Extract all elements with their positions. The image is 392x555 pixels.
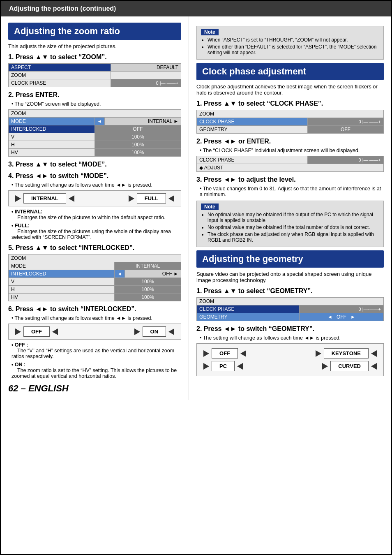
- geo-arrow-left4: [371, 363, 377, 370]
- on-text: The zoom ratio is set to the “HV” settin…: [12, 368, 177, 379]
- arrow-left-full-icon: [168, 195, 174, 202]
- geo-arrow-left1: [240, 350, 246, 357]
- geo-off-box: OFF: [212, 348, 238, 358]
- menu1-zoom-value: [111, 72, 181, 79]
- on-label: • ON :: [12, 362, 25, 368]
- arrow-right2-icon: [15, 328, 21, 335]
- clock-menu2: CLOCK PHASE 0 |—·——+ ◆ ADJUST: [196, 156, 384, 172]
- menu3-mode-label: MODE: [9, 262, 115, 270]
- step2-note: • The “ZOOM” screen will be displayed.: [12, 101, 181, 107]
- off-label: • OFF :: [12, 342, 28, 348]
- menu1-clock-value: 0 |—·——+: [111, 79, 181, 87]
- clock-step1-heading: 1. Press ▲▼ to select “CLOCK PHASE”.: [196, 100, 384, 107]
- geo-arrow-left3: [237, 363, 243, 370]
- step4-note: • The setting will change as follows eac…: [12, 182, 181, 188]
- geo-keystone-box: KEYSTONE: [324, 348, 369, 358]
- menu2-inter-value: OFF: [95, 125, 181, 133]
- menu2-inter-label: INTERLOCKED: [9, 125, 95, 133]
- zoom-menu3: ZOOM MODE INTERNAL INTERLOCKED ◄ OFF ► V…: [8, 254, 181, 301]
- geo-menu1: ZOOM CLOCK PHASE 0 |—·——+ GEOMETRY ◄ OFF…: [196, 297, 384, 321]
- menu1-clock-label: CLOCK PHASE: [9, 79, 111, 87]
- clock-subtitle: Clock phase adjustment achieves the best…: [196, 83, 384, 96]
- menu3-v-value: 100%: [115, 278, 181, 286]
- internal-label: • INTERNAL:: [12, 209, 42, 215]
- cmenu1-clock-value: 0 |—·——+: [307, 118, 383, 126]
- note2-item3: The clock phase can be adjusted only whe…: [208, 231, 379, 243]
- menu2-h-value: 100%: [95, 141, 181, 149]
- note-box-1: Note When “ASPECT” is set to “THROUGH”, …: [196, 26, 384, 60]
- menu2-mode-value: INTERNAL ►: [105, 118, 181, 125]
- arrow-left2-icon: [52, 328, 58, 335]
- note1-title: Note: [201, 29, 219, 35]
- gmenu1-clock-label: CLOCK PHASE: [197, 305, 300, 313]
- zoom-subtitle: This adjusts the size of the projected p…: [8, 43, 181, 49]
- cmenu2-clock-row: CLOCK PHASE 0 |—·——+: [197, 156, 384, 164]
- menu1-row-aspect: ASPECT DEFAULT: [9, 64, 181, 72]
- step2-heading: 2. Press ENTER.: [8, 91, 181, 99]
- menu3-mode-value: INTERNAL: [115, 262, 181, 270]
- cmenu2-clock-value: 0 |—·——+: [307, 156, 383, 164]
- cmenu1-geo-row: GEOMETRY OFF: [197, 126, 384, 134]
- arrow-right-full-icon: [129, 195, 134, 202]
- menu2-header: ZOOM: [9, 110, 181, 118]
- menu2-hv-row: HV 100%: [9, 149, 181, 157]
- arrow-left-icon: [69, 195, 74, 202]
- page: Adjusting the position (continued) Adjus…: [0, 0, 392, 555]
- geo-switch-diagram: OFF KEYSTONE PC CURVED: [196, 343, 384, 376]
- switch-internal-full: INTERNAL FULL: [8, 190, 181, 206]
- note2-item2: No optimal value may be obtained if the …: [208, 224, 379, 230]
- off-text: The “V” and “H” settings are used as the…: [12, 348, 174, 359]
- cmenu1-zoom: ZOOM: [197, 110, 384, 118]
- step1-heading: 1. Press ▲▼ to select “ZOOM”.: [8, 53, 181, 61]
- geo-arrow-left2: [371, 350, 377, 357]
- arrow-right-icon: [15, 195, 21, 202]
- internal-text: Enlarges the size of the pictures to wit…: [17, 215, 166, 220]
- clock-step3-note: • The value changes from 0 to 31. Adjust…: [200, 186, 384, 197]
- geo-arrow-right4: [322, 363, 328, 370]
- step3-heading: 3. Press ▲▼ to select “MODE”.: [8, 161, 181, 168]
- clock-step2-note: • The “CLOCK PHASE” individual adjustmen…: [200, 148, 384, 153]
- menu2-mode-row: MODE ◄ INTERNAL ►: [9, 118, 181, 125]
- menu2-hv-label: HV: [9, 149, 95, 157]
- menu2-inter-row: INTERLOCKED OFF: [9, 125, 181, 133]
- menu3-header: ZOOM: [9, 254, 181, 262]
- geo-pc-box: PC: [212, 361, 235, 371]
- menu1-aspect-value: DEFAULT: [111, 64, 181, 72]
- bullet-on: • ON : The zoom ratio is set to the “HV”…: [12, 362, 181, 379]
- geo-arrow-right1: [203, 350, 209, 357]
- switch-off-box: OFF: [23, 326, 50, 337]
- clock-menu1: ZOOM CLOCK PHASE 0 |—·——+ GEOMETRY OFF: [196, 110, 384, 134]
- zoom-menu2: ZOOM MODE ◄ INTERNAL ► INTERLOCKED OFF V…: [8, 109, 181, 157]
- full-label: • FULL:: [12, 223, 30, 229]
- gmenu1-clock-value: 0 |—·——+: [299, 305, 383, 313]
- menu3-header-row: ZOOM: [9, 254, 181, 262]
- note1-list: When “ASPECT” is set to “THROUGH”, “ZOOM…: [208, 37, 379, 56]
- menu3-h-label: H: [9, 286, 115, 294]
- menu3-hv-row: HV 100%: [9, 294, 181, 301]
- gmenu1-geo-label: GEOMETRY: [197, 313, 300, 321]
- bullet-internal: • INTERNAL: Enlarges the size of the pic…: [12, 209, 181, 220]
- step6-heading: 6. Press ◄► to switch “INTERLOCKED”.: [8, 305, 181, 313]
- menu3-h-value: 100%: [115, 286, 181, 294]
- zoom-section-title: Adjusting the zoom ratio: [8, 23, 181, 40]
- right-column: Note When “ASPECT” is set to “THROUGH”, …: [189, 16, 391, 400]
- geo-step1-heading: 1. Press ▲▼ to select “GEOMETRY”.: [196, 287, 384, 295]
- menu2-h-label: H: [9, 141, 95, 149]
- menu3-inter-arrow-left: ◄: [115, 270, 125, 278]
- note2-item1: No optimal value may be obtained if the …: [208, 212, 379, 223]
- switch-off-on: OFF ON: [8, 324, 181, 340]
- arrow-right-on-icon: [134, 328, 140, 335]
- note2-title: Note: [201, 204, 219, 210]
- menu3-mode-row: MODE INTERNAL: [9, 262, 181, 270]
- cmenu1-header: ZOOM: [197, 110, 384, 118]
- cmenu1-clock-label: CLOCK PHASE: [197, 118, 308, 126]
- geo-arrow-right3: [203, 363, 209, 370]
- bullet-off: • OFF : The “V” and “H” settings are use…: [12, 342, 181, 359]
- gmenu1-clock-row: CLOCK PHASE 0 |—·——+: [197, 305, 384, 313]
- clock-step2-heading: 2. Press ◄► or ENTER.: [196, 138, 384, 145]
- cmenu1-geo-value: OFF: [307, 126, 383, 134]
- menu3-inter-row: INTERLOCKED ◄ OFF ►: [9, 270, 181, 278]
- menu2-hv-value: 100%: [95, 149, 181, 157]
- menu2-header-row: ZOOM: [9, 110, 181, 118]
- menu3-h-row: H 100%: [9, 286, 181, 294]
